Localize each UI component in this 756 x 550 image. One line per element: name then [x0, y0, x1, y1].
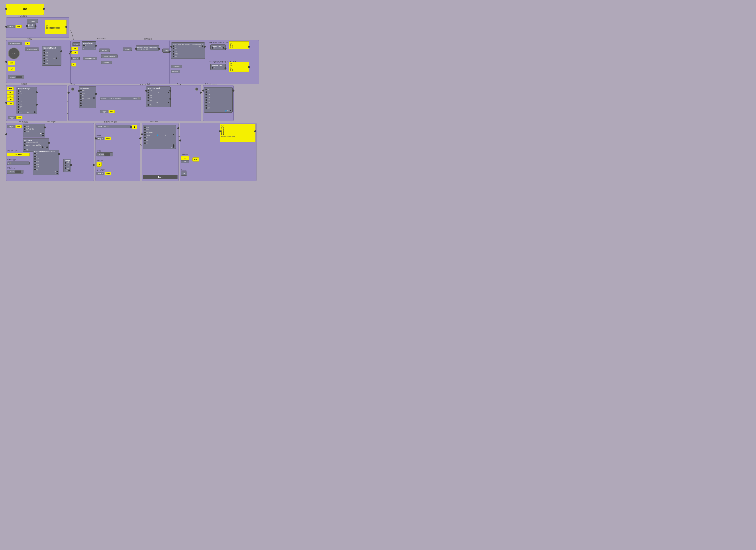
- control-knob-node: Control Knob: [8, 42, 22, 45]
- es-wm: WM: [173, 53, 203, 55]
- ar-pp: PP: [18, 103, 36, 106]
- et-out1-label: (1): [230, 67, 248, 69]
- merge-r: R: [65, 170, 70, 171]
- btn-label: Button: [10, 76, 15, 78]
- btn-update-node[interactable]: Button: [7, 170, 23, 174]
- am-up: Up: [148, 104, 169, 106]
- dv-ym: YM: [205, 101, 231, 104]
- ar-values: 120 60 30 -40 -20: [7, 87, 14, 105]
- sm-mo: Mo: [80, 95, 95, 97]
- relay-right-circle: [195, 88, 198, 91]
- control-knob-comp: Control Knob: [8, 42, 22, 45]
- cfg-ot: OT: [34, 158, 58, 160]
- output-type-knob[interactable]: [10, 162, 11, 164]
- yellow-01-btn[interactable]: 01: [71, 63, 76, 67]
- cfg-g: G: [34, 152, 58, 155]
- ar-u: U: [18, 90, 36, 92]
- out-label: {0;0}: [221, 125, 254, 127]
- point-node: Point: [72, 42, 80, 46]
- csv-true-val: True: [16, 125, 22, 128]
- fd-link-comp: FD Link: [27, 19, 38, 23]
- mesh-toggle-btn[interactable]: Toggle: [100, 110, 108, 113]
- dv-zp: ZP: [205, 104, 231, 107]
- val20: 20: [71, 47, 78, 50]
- cc-initial: Initial state (0 回): [24, 141, 48, 144]
- wind-mult-node: Multiplication: [25, 48, 39, 51]
- filepath-box: C:\Users\: [7, 153, 30, 157]
- val10: 10: [71, 51, 78, 54]
- sm-x: X: [80, 99, 95, 102]
- sm-z: Z: [80, 104, 95, 107]
- fd-link-node: FD Link: [27, 19, 38, 23]
- ar-h: H: [18, 98, 36, 100]
- construct-point-comp: Construct Point: [101, 54, 118, 58]
- ew-port-wd: WD: [43, 52, 60, 54]
- ot-mt: M: [24, 133, 44, 135]
- toggle-btn[interactable]: Toggle: [7, 25, 15, 28]
- id-label: 解析対象オブジェクトのID: [209, 41, 229, 44]
- output-type-input[interactable]: 0: [7, 162, 30, 165]
- val30: 30: [7, 94, 14, 98]
- analysis-mesh-node: Analysis Mesh AR M AM CD SD ME ML Up: [146, 87, 171, 107]
- dv-zm: ZM: [205, 107, 231, 109]
- loop-true-val: True: [105, 172, 111, 175]
- image-output-group: 画像ファイル形式 Image Type 0 1 画像出力 Toggle True…: [95, 123, 140, 181]
- cl-t: T: [144, 144, 174, 146]
- reset-button[interactable]: Button: [97, 152, 113, 157]
- division-comp: Division: [99, 49, 110, 52]
- reset-btn-node[interactable]: Button: [97, 152, 113, 157]
- csv-toggle-btn[interactable]: Toggle: [7, 125, 15, 128]
- output-type-label: Output Type: [7, 159, 16, 161]
- title-port-left: [5, 8, 7, 10]
- dv-xp: XP: [205, 93, 231, 96]
- am-ar: AR: [148, 89, 169, 92]
- succeeded-label: (0): [46, 25, 65, 27]
- out-row0: 0 -1: [221, 127, 254, 129]
- ew-port-tt: TT: [43, 49, 60, 52]
- csv-toggle-row: Toggle True: [7, 125, 22, 128]
- wind-btn-node[interactable]: Button: [8, 75, 24, 79]
- et-out-label: (0): [230, 63, 248, 64]
- am-ml: ML: [148, 102, 169, 104]
- cc-port-right: [48, 142, 50, 144]
- done-btn[interactable]: Done: [143, 175, 178, 179]
- update-button[interactable]: Button: [7, 170, 23, 174]
- es-obj2: Obj: [173, 50, 203, 53]
- output-data-box: {0;0} 0 -1 1 -1 2 -1 3 -1 post export ca…: [220, 124, 255, 142]
- ew-port-ap: AP: [43, 60, 60, 62]
- ar-toggle-btn[interactable]: Toggle: [8, 116, 16, 119]
- external-wind-label: External Wind: [43, 47, 60, 49]
- ar-true-val: True: [16, 116, 22, 119]
- number-digit-btn[interactable]: 01: [181, 160, 189, 163]
- explode-tree-label: Explode Tree: [212, 65, 224, 67]
- external-wind-node: External Wind TT WD WS RH EW AP Up: [42, 46, 61, 66]
- val60: 60: [7, 91, 14, 94]
- cl-port-right: [177, 127, 179, 129]
- et-out-port: [248, 66, 250, 68]
- succeeded-port-right: [65, 26, 67, 28]
- point-comp: Point: [72, 42, 80, 46]
- ar-oy: OY: [18, 106, 36, 108]
- knob-circle[interactable]: 0.67: [8, 48, 20, 59]
- cp-node: Construct Point: [101, 54, 118, 58]
- fd-label: FD接続確認: [19, 15, 27, 17]
- out-row3: 3 -1: [221, 133, 254, 135]
- element-count-knob[interactable]: [138, 97, 140, 99]
- ar-port-right: [36, 91, 38, 93]
- wind-button[interactable]: Button: [8, 75, 24, 79]
- image-type-node: Image Type 0: [97, 125, 131, 128]
- ot-speed: 速度: [24, 125, 44, 128]
- es-port-left: [170, 46, 172, 48]
- am-cd: CD: [148, 94, 169, 97]
- img-type-knob[interactable]: [107, 126, 109, 127]
- et-out3: 0·1: [230, 64, 248, 67]
- out-group-port-left: [179, 140, 181, 142]
- et-out4: 0·2: [230, 69, 248, 71]
- es-ifo: IFO: [173, 47, 203, 50]
- output-types-node: 速度 圧力(静圧) 温度 M T: [23, 124, 45, 138]
- dv-port-left: [202, 90, 204, 92]
- img-toggle-btn[interactable]: Toggle: [97, 137, 104, 140]
- filepath-label: ファイルパス: [7, 150, 17, 152]
- cl-ids: IDs: [144, 129, 174, 131]
- loop-toggle-btn[interactable]: Toggle: [97, 172, 104, 175]
